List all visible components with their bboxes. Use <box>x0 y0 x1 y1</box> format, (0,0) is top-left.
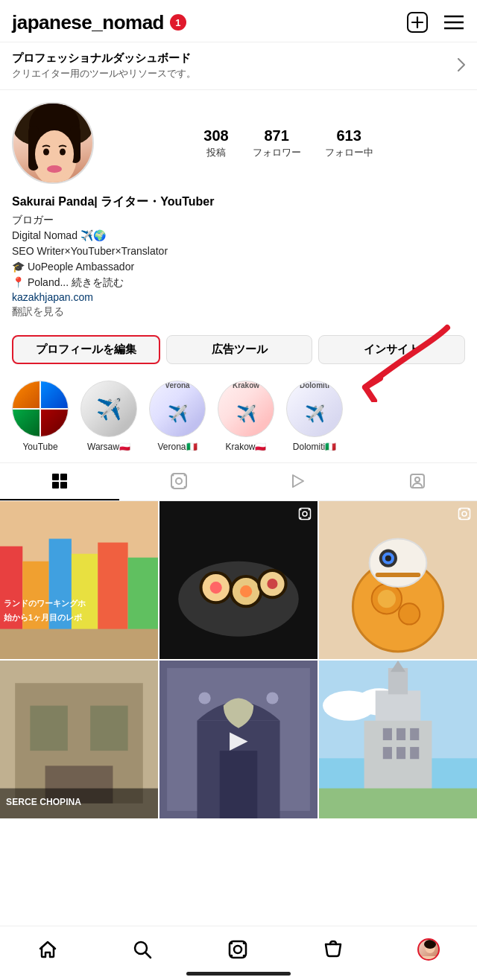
plane-icon-krakow: ✈️ <box>218 391 274 436</box>
insights-button[interactable]: インサイト <box>318 335 465 364</box>
highlight-circle-verona: Verona ✈️ <box>149 381 206 437</box>
svg-point-49 <box>300 509 301 510</box>
notification-badge: 1 <box>170 14 186 31</box>
svg-point-68 <box>468 509 470 510</box>
svg-point-105 <box>230 955 233 958</box>
nav-home[interactable] <box>25 935 70 964</box>
svg-rect-96 <box>397 747 405 759</box>
svg-point-106 <box>243 955 246 958</box>
svg-point-11 <box>47 165 62 173</box>
edit-profile-button[interactable]: プロフィールを編集 <box>12 335 160 364</box>
svg-point-19 <box>176 478 182 484</box>
nav-profile[interactable] <box>405 934 452 965</box>
dashboard-banner[interactable]: プロフェッショナルダッシュボード クリエイター用のツールやリソースです。 <box>0 42 477 90</box>
highlight-verona[interactable]: Verona ✈️ Verona🇮🇹 <box>149 381 206 452</box>
svg-point-66 <box>462 512 467 516</box>
content-tabs <box>0 462 477 501</box>
tab-grid[interactable] <box>0 463 119 500</box>
svg-point-104 <box>243 942 246 945</box>
avatar[interactable] <box>12 102 94 184</box>
grid-item-4[interactable]: SERCE CHOPINA <box>0 661 158 818</box>
svg-point-50 <box>309 509 310 510</box>
home-indicator <box>186 972 291 976</box>
highlight-dolomiti[interactable]: Dolomiti ✈️ Dolomiti🇮🇹 <box>286 381 343 452</box>
grid-item-3[interactable] <box>319 501 477 659</box>
svg-rect-95 <box>383 747 392 759</box>
svg-rect-108 <box>420 956 440 961</box>
svg-point-57 <box>378 590 396 608</box>
grid-item-1[interactable]: ランドのワーキングホ 始から1ヶ月目のレポ <box>0 501 158 659</box>
grid-item-6[interactable] <box>319 661 477 818</box>
add-button[interactable] <box>405 10 429 34</box>
highlight-circle-dolomiti: Dolomiti ✈️ <box>286 381 343 437</box>
bio-line2: Digital Nomad ✈️🌍 <box>12 228 465 244</box>
svg-point-48 <box>303 512 307 516</box>
bio-line4: 🎓 UoPeople Ambassador <box>12 259 465 275</box>
avatar-wrapper <box>12 102 94 184</box>
svg-point-99 <box>135 942 147 954</box>
plane-icon-verona: ✈️ <box>150 391 205 436</box>
highlight-label-dolomiti: Dolomiti🇮🇹 <box>293 442 336 452</box>
svg-point-109 <box>424 940 436 949</box>
reel-icon-3 <box>458 507 471 524</box>
post-grid: ランドのワーキングホ 始から1ヶ月目のレポ <box>0 501 477 818</box>
bio-section: Sakurai Panda| ライター・YouTuber ブロガー Digita… <box>0 194 477 328</box>
highlight-warsaw[interactable]: ✈️ Warsaw🇵🇱 <box>80 381 137 452</box>
svg-point-69 <box>459 518 461 519</box>
username-label: japanese_nomad <box>12 11 164 34</box>
profile-top: 308 投稿 871 フォロワー 613 フォロー中 <box>12 102 465 184</box>
bio-line3: SEO Writer×YouTuber×Translator <box>12 244 465 259</box>
grid-item-5[interactable]: ▶ <box>159 661 318 818</box>
svg-point-102 <box>234 946 241 953</box>
profile-link[interactable]: kazakhjapan.com <box>12 291 93 303</box>
svg-line-100 <box>146 953 151 958</box>
tab-video[interactable] <box>238 463 358 500</box>
dashboard-text: プロフェッショナルダッシュボード クリエイター用のツールやリソースです。 <box>12 51 196 80</box>
svg-rect-90 <box>388 668 408 694</box>
followers-count: 871 <box>265 127 289 144</box>
svg-rect-94 <box>410 728 419 740</box>
profile-section: 308 投稿 871 フォロワー 613 フォロー中 <box>0 90 477 184</box>
following-label: フォロー中 <box>325 146 373 159</box>
ad-tools-button[interactable]: 広告ツール <box>166 335 313 364</box>
svg-rect-64 <box>376 573 421 577</box>
nav-avatar <box>417 938 440 961</box>
profile-name: Sakurai Panda| ライター・YouTuber <box>12 194 465 210</box>
svg-point-21 <box>184 474 186 477</box>
svg-rect-92 <box>383 728 392 740</box>
svg-rect-97 <box>410 747 419 759</box>
followers-label: フォロワー <box>253 146 301 159</box>
stat-posts[interactable]: 308 投稿 <box>203 127 228 159</box>
grid-item-2[interactable] <box>159 501 318 659</box>
menu-button[interactable] <box>443 13 465 31</box>
play-icon-5: ▶ <box>230 725 248 754</box>
stats-row: 308 投稿 871 フォロワー 613 フォロー中 <box>112 127 465 159</box>
nav-shop[interactable] <box>311 935 356 964</box>
svg-rect-15 <box>60 474 67 480</box>
highlight-label-verona: Verona🇮🇹 <box>157 442 197 452</box>
svg-point-25 <box>415 477 420 482</box>
highlight-krakow[interactable]: Krakow ✈️ Krakow🇵🇱 <box>218 381 274 452</box>
bio-line1: ブロガー <box>12 212 465 228</box>
svg-point-43 <box>240 585 252 597</box>
nav-search[interactable] <box>120 935 165 964</box>
svg-point-83 <box>266 692 278 704</box>
stat-following[interactable]: 613 フォロー中 <box>325 127 373 159</box>
svg-rect-17 <box>60 482 67 489</box>
stat-followers[interactable]: 871 フォロワー <box>253 127 301 159</box>
svg-rect-74 <box>90 706 127 751</box>
svg-rect-73 <box>30 706 67 751</box>
translate-link[interactable]: 翻訳を見る <box>12 305 465 319</box>
svg-rect-16 <box>52 482 59 489</box>
svg-point-52 <box>309 518 310 519</box>
tab-reels[interactable] <box>119 463 238 500</box>
nav-reels[interactable] <box>215 935 260 964</box>
svg-rect-81 <box>220 751 257 818</box>
svg-point-46 <box>267 579 277 589</box>
highlight-youtube[interactable]: YouTube <box>12 381 69 452</box>
svg-point-23 <box>184 486 186 489</box>
posts-label: 投稿 <box>206 146 226 159</box>
tab-tagged[interactable] <box>358 463 477 500</box>
svg-point-82 <box>198 692 210 704</box>
avatar-image <box>13 104 92 182</box>
